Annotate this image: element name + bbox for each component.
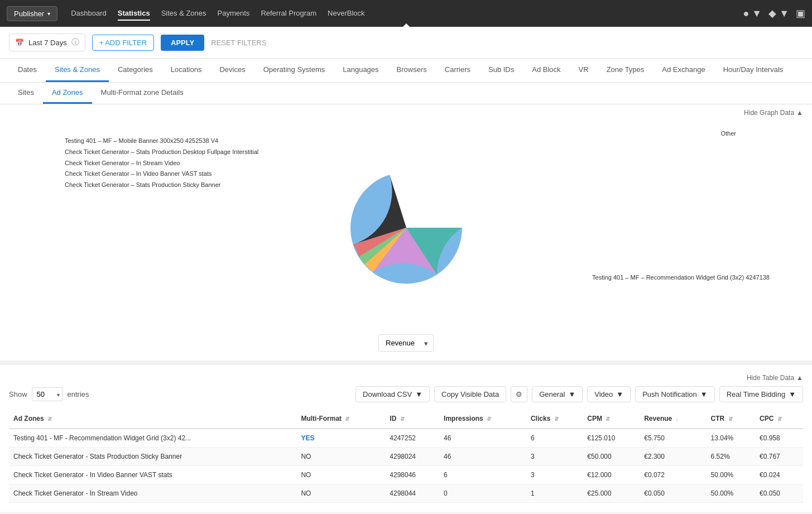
sort-icon-clicks: ⇵ [554,416,559,422]
message-icon[interactable]: ▣ [796,7,805,20]
col-multi-format[interactable]: Multi-Format ⇵ [296,409,385,429]
revenue-dropdown[interactable]: Revenue [378,334,434,352]
cell-id: 4298046 [385,466,439,484]
sort-icon-impressions: ⇵ [487,416,491,422]
subtab-multiformat-zone-details[interactable]: Multi-Format zone Details [92,83,193,104]
account-icon[interactable]: ● ▼ [743,8,762,20]
nav-neverblock[interactable]: NeverBlock [328,7,364,21]
pie-chart-svg [345,166,468,289]
col-id[interactable]: ID ⇵ [385,409,439,429]
tab-languages[interactable]: Languages [334,59,387,82]
sort-icon-multi-format: ⇵ [345,416,349,422]
nav-right-actions: ● ▼ ◆ ▼ ▣ [743,7,805,20]
publisher-dropdown[interactable]: Publisher ▾ [7,6,57,21]
general-dropdown-button[interactable]: General ▼ [532,386,583,402]
entries-select[interactable]: 50 25 100 [32,387,63,401]
nav-referral[interactable]: Referral Program [261,7,316,21]
tab-ad-exchange[interactable]: Ad Exchange [653,59,714,82]
nav-payments[interactable]: Payments [218,7,250,21]
revenue-select-wrap: Revenue [378,334,434,352]
cell-multi-format: NO [296,466,385,484]
cell-multi-format: NO [296,448,385,466]
top-navigation: Publisher ▾ Dashboard Statistics Sites &… [0,0,812,27]
tab-zone-types[interactable]: Zone Types [598,59,654,82]
hide-table-button[interactable]: Hide Table Data ▲ [747,374,803,382]
cell-revenue: €2.300 [640,448,706,466]
col-cpc[interactable]: CPC ⇵ [755,409,803,429]
sort-icon-revenue: ↓ [676,416,679,422]
help-icon: ⓘ [71,37,79,47]
tab-hour-day-intervals[interactable]: Hour/Day Intervals [714,59,792,82]
show-entries: Show 50 25 100 entries [9,387,89,401]
tab-browsers[interactable]: Browsers [388,59,436,82]
col-clicks[interactable]: Clicks ⇵ [526,409,583,429]
cell-ad-zone: Testing 401 - MF - Recommendation Widget… [9,429,296,448]
cell-cpm: €50.000 [583,448,640,466]
settings-gear-button[interactable]: ⚙ [511,386,527,402]
table-actions: Download CSV ▼ Copy Visible Data ⚙ Gener… [355,386,803,402]
cell-ad-zone: Check Ticket Generator - Stats Productio… [9,448,296,466]
cell-revenue: €0.072 [640,466,706,484]
chevron-down-icon: ▾ [47,11,50,17]
download-csv-button[interactable]: Download CSV ▼ [355,386,430,402]
tab-locations[interactable]: Locations [162,59,211,82]
add-filter-button[interactable]: + ADD FILTER [92,35,154,51]
filter-bar: 📅 Last 7 Days ⓘ + ADD FILTER APPLY RESET… [0,27,812,59]
tab-vr[interactable]: VR [570,59,598,82]
tab-sub-ids[interactable]: Sub IDs [479,59,523,82]
cell-cpc: €0.958 [755,429,803,448]
subtab-ad-zones[interactable]: Ad Zones [43,83,92,104]
cell-ctr: 13.04% [707,429,755,448]
nav-links: Dashboard Statistics Sites & Zones Payme… [71,7,364,21]
sort-icon-cpm: ⇵ [606,416,610,422]
tab-categories[interactable]: Categories [109,59,162,82]
tab-ad-block[interactable]: Ad Block [523,59,569,82]
calendar-icon: 📅 [15,39,24,47]
cell-impressions: 0 [439,484,526,503]
cell-ctr: 50.00% [707,466,755,484]
real-time-bidding-dropdown-button[interactable]: Real Time Bidding ▼ [719,386,803,402]
table-row: Testing 401 - MF - Recommendation Widget… [9,429,803,448]
col-impressions[interactable]: Impressions ⇵ [439,409,526,429]
table-body: Testing 401 - MF - Recommendation Widget… [9,429,803,503]
col-ad-zones[interactable]: Ad Zones ⇵ [9,409,296,429]
globe-icon[interactable]: ◆ ▼ [768,7,789,20]
cell-cpm: €125.010 [583,429,640,448]
cell-cpm: €25.000 [583,484,640,503]
col-ctr[interactable]: CTR ⇵ [707,409,755,429]
cell-cpc: €0.767 [755,448,803,466]
nav-dashboard[interactable]: Dashboard [71,7,107,21]
cell-clicks: 3 [526,448,583,466]
tab-operating-systems[interactable]: Operating Systems [254,59,334,82]
date-filter[interactable]: 📅 Last 7 Days ⓘ [9,33,85,51]
col-cpm[interactable]: CPM ⇵ [583,409,640,429]
pie-left-labels: Testing 401 – MF – Mobile Banner 300x250… [65,136,258,191]
tab-sites-zones[interactable]: Sites & Zones [46,59,109,82]
sort-icon-id: ⇵ [400,416,405,422]
tab-carriers[interactable]: Carriers [436,59,479,82]
copy-visible-data-button[interactable]: Copy Visible Data [434,386,506,402]
cell-multi-format: YES [296,429,385,448]
chevron-down-icon: ▼ [616,390,623,398]
apply-button[interactable]: APPLY [161,35,204,51]
video-dropdown-button[interactable]: Video ▼ [587,386,631,402]
pie-chart-container: Testing 401 – MF – Mobile Banner 300x250… [9,113,803,325]
tab-devices[interactable]: Devices [210,59,254,82]
reset-filters-button[interactable]: RESET FILTERS [211,39,266,47]
subtab-sites[interactable]: Sites [9,83,43,104]
sub-tabs: Sites Ad Zones Multi-Format zone Details [0,83,812,104]
cell-cpc: €0.050 [755,484,803,503]
push-notification-dropdown-button[interactable]: Push Notification ▼ [635,386,714,402]
tab-dates[interactable]: Dates [9,59,46,82]
main-tabs: Dates Sites & Zones Categories Locations… [0,59,812,83]
cell-revenue: €5.750 [640,429,706,448]
pie-label-other: Other [720,130,736,137]
col-revenue[interactable]: Revenue ↓ [640,409,706,429]
cell-impressions: 46 [439,448,526,466]
cell-ctr: 50.00% [707,484,755,503]
cell-id: 4298024 [385,448,439,466]
nav-sites-zones[interactable]: Sites & Zones [161,7,206,21]
nav-statistics[interactable]: Statistics [118,7,150,21]
graph-section: Hide Graph Data ▲ Testing 401 – MF – Mob… [0,104,812,361]
table-row: Check Ticket Generator - Stats Productio… [9,448,803,466]
